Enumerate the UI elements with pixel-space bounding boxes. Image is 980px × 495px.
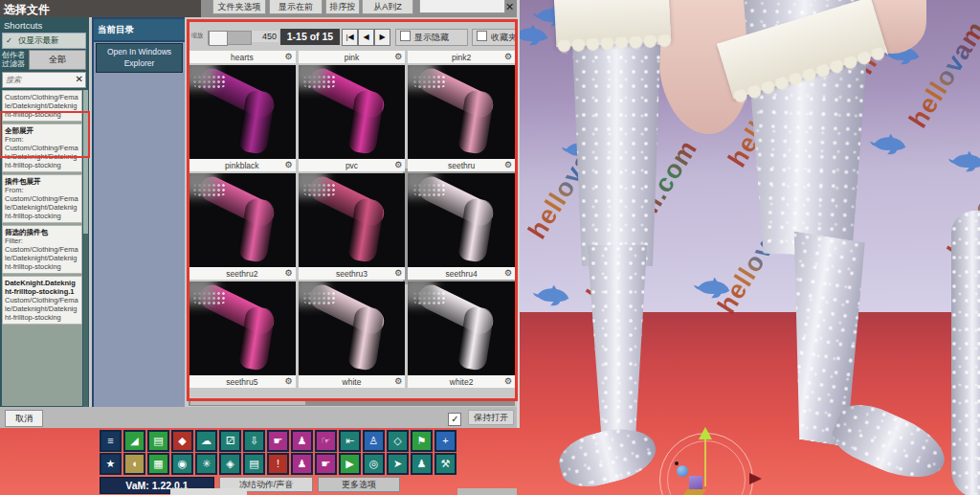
file-thumbnail[interactable] [189, 173, 296, 267]
file-thumbnail[interactable] [408, 281, 515, 375]
file-tile[interactable]: seethru2 ⚙ [189, 173, 296, 280]
file-tile[interactable]: seethru4 ⚙ [408, 173, 515, 280]
shortcut-item-package-flattened[interactable]: 插件包展开 From: Custom/Clothing/Female/Datek… [2, 174, 82, 223]
gear-icon[interactable]: ⚙ [504, 375, 512, 388]
play-icon[interactable]: ▶ [339, 453, 361, 475]
warning-icon[interactable]: ! [267, 453, 289, 475]
nodes-icon[interactable]: ✳ [195, 453, 217, 475]
more-options-button[interactable]: 更多选项 [318, 477, 400, 492]
keep-open-checkbox[interactable]: ✓ 保持打开 [448, 410, 514, 425]
tools-icon[interactable]: ⚒ [434, 453, 457, 475]
menu-icon[interactable]: ≡ [100, 430, 122, 452]
gear-icon[interactable]: ⚙ [394, 375, 402, 388]
file-tile[interactable]: white ⚙ [299, 281, 406, 388]
vehicle-icon[interactable]: ◆ [171, 430, 193, 452]
file-thumbnail[interactable] [299, 281, 406, 375]
file-tile-label[interactable]: pink ⚙ [299, 51, 406, 63]
only-latest-checkbox[interactable]: ✓仅显示最新 [2, 33, 86, 49]
header-search-input[interactable] [419, 0, 505, 13]
open-in-explorer-button[interactable]: Open In Windows Explorer [96, 43, 183, 73]
grid-scrollbar[interactable] [189, 398, 515, 406]
gear-icon[interactable]: ⚙ [285, 159, 293, 171]
dice-icon[interactable]: ⚂ [219, 430, 241, 452]
gear-icon[interactable]: ⚙ [394, 159, 402, 171]
save-icon[interactable]: ◢ [123, 430, 145, 452]
hand-icon[interactable]: ☛ [267, 430, 289, 452]
file-tile[interactable]: seethru3 ⚙ [299, 173, 406, 280]
gear-icon[interactable]: ⚙ [504, 267, 512, 280]
unity-cube-icon[interactable]: ◇ [387, 430, 409, 452]
file-tile[interactable]: white2 ⚙ [408, 281, 515, 388]
file-thumbnail[interactable] [189, 65, 296, 159]
people-icon[interactable]: ♟ [411, 453, 433, 475]
checkbox-icon [477, 31, 487, 41]
target-icon[interactable]: ◎ [363, 453, 385, 475]
shortcut-item-filtered-packages[interactable]: 筛选的插件包 Filter: Custom/Clothing/Female/Da… [2, 225, 82, 274]
sort-a-to-z-button[interactable]: 从A到Z [362, 0, 413, 14]
file-thumbnail[interactable] [299, 65, 406, 159]
shortcut-item-package[interactable]: DateKnight.Dateknight-frilltop-stocking.… [2, 276, 82, 325]
add-person-icon[interactable]: ♟ [291, 430, 313, 452]
file-thumbnail[interactable] [189, 281, 296, 375]
gizmo-plane-handle[interactable] [683, 489, 706, 495]
gear-icon[interactable]: ⚙ [394, 51, 402, 63]
clear-search-icon[interactable]: ✕ [76, 74, 83, 84]
star-icon[interactable]: ★ [100, 453, 122, 475]
flag-icon[interactable]: ⚑ [411, 430, 433, 452]
gizmo-y-arrow[interactable] [699, 427, 712, 439]
file-tile[interactable]: seethru5 ⚙ [189, 281, 296, 388]
file-tile[interactable]: pvc ⚙ [299, 65, 406, 171]
gear-icon[interactable]: ⚙ [504, 159, 512, 171]
shortcut-item[interactable]: Custom/Clothing/Female/Dateknight/Datekn… [2, 90, 82, 122]
cloud-icon[interactable]: ☁ [195, 430, 217, 452]
sort-by-button[interactable]: 排序按 [325, 0, 360, 14]
add-person2-icon[interactable]: ♟ [291, 453, 313, 475]
folder-options-button[interactable]: 文件夹选项 [212, 0, 266, 14]
shortcut-item-all-flattened[interactable]: 全部展开 From: Custom/Clothing/Female/Datekn… [2, 124, 82, 172]
folder-icon[interactable]: ▤ [147, 430, 169, 452]
gizmo-y-axis[interactable] [704, 439, 706, 486]
gear-icon[interactable]: ⚙ [285, 267, 293, 280]
shortcuts-list: Custom/Clothing/Female/Dateknight/Datekn… [2, 90, 82, 406]
gizmo-cone-handle[interactable] [749, 473, 762, 484]
slider-knob[interactable] [209, 31, 228, 46]
plus-icon[interactable]: + [434, 430, 457, 452]
sidebar-search-input[interactable] [4, 73, 73, 87]
gear-icon[interactable]: ⚙ [504, 51, 512, 63]
gizmo-cube-handle[interactable] [689, 476, 702, 489]
gizmo-sphere-handle[interactable] [677, 465, 688, 477]
sidebar-scrollbar[interactable] [83, 90, 88, 421]
pointer-hand-icon[interactable]: ☞ [315, 430, 337, 452]
thumb-size-slider[interactable] [208, 31, 252, 45]
skip-start-icon[interactable]: ⇤ [339, 430, 361, 452]
gallery-icon[interactable]: ▦ [147, 453, 169, 475]
file-tile[interactable]: pinkblack ⚙ [189, 65, 296, 171]
package-icon[interactable]: ◈ [219, 453, 241, 475]
next-page-button[interactable]: ▶ [374, 29, 390, 46]
file-thumbnail[interactable] [408, 173, 515, 267]
document-icon[interactable]: ▤ [243, 453, 265, 475]
gear-icon[interactable]: ⚙ [285, 375, 293, 388]
show-on-top-button[interactable]: 显示在前 [269, 0, 323, 14]
file-tile-label[interactable]: pink2 ⚙ [408, 51, 515, 63]
download-icon[interactable]: ⇩ [243, 430, 265, 452]
file-thumbnail[interactable] [408, 65, 515, 159]
file-tile-label[interactable]: hearts ⚙ [189, 51, 296, 63]
gear-icon[interactable]: ⚙ [285, 51, 293, 63]
all-creators-button[interactable]: 全部 [29, 50, 86, 70]
show-hidden-checkbox[interactable]: 显示隐藏 [395, 29, 468, 46]
camera-icon[interactable]: ◉ [171, 453, 193, 475]
clear-search-icon[interactable]: ✕ [505, 1, 514, 13]
person-icon[interactable]: ♙ [363, 430, 385, 452]
cancel-button[interactable]: 取消 [5, 410, 43, 427]
basket-icon[interactable]: ◖ [123, 453, 145, 475]
first-page-button[interactable]: |◀ [342, 29, 358, 46]
left-stocking-frill [554, 0, 672, 47]
cursor-icon[interactable]: ➤ [387, 453, 409, 475]
file-thumbnail[interactable] [299, 173, 406, 267]
favorites-checkbox[interactable]: 收藏夹 [472, 29, 518, 46]
file-tile[interactable]: seethru ⚙ [408, 65, 515, 171]
gear-icon[interactable]: ⚙ [394, 267, 402, 280]
grab-icon[interactable]: ☛ [315, 453, 337, 475]
prev-page-button[interactable]: ◀ [358, 29, 374, 46]
